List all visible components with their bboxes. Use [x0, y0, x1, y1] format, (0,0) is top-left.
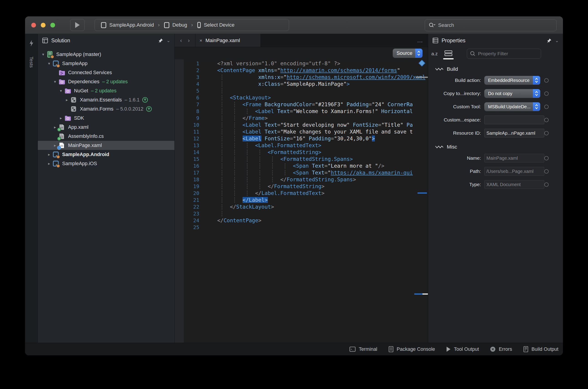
code-line-23[interactable]: 23 ┆ [175, 210, 428, 217]
property-options-circle[interactable] [544, 118, 549, 122]
section-header[interactable]: Build [428, 66, 563, 72]
property-select[interactable]: MSBuild:UpdateDe... [484, 102, 540, 111]
property-options-circle[interactable] [544, 182, 549, 187]
chevron-right-icon[interactable]: ▸ [46, 152, 52, 157]
property-options-circle[interactable] [544, 92, 549, 96]
tree-item-mainpage-xaml[interactable]: ▸<>+MainPage.xaml [38, 141, 175, 150]
code-line-18[interactable]: 18 ┆ ┆ ┆ ┆ ┆ </FormattedString.Spans> [175, 176, 428, 183]
property-input[interactable]: SampleAp...nPage.xaml [484, 129, 544, 137]
chevron-down-icon[interactable]: ⌄ [166, 38, 170, 43]
statusbar-build-output[interactable]: Build Output [523, 346, 558, 352]
code-line-6[interactable]: 6 ┆ <StackLayout> [175, 94, 428, 101]
tree-item-nuget[interactable]: ▾NuGet– 2 updates [38, 86, 175, 95]
search-input[interactable]: Search [425, 19, 556, 31]
statusbar-package-console[interactable]: Package Console [388, 346, 435, 352]
run-button[interactable] [70, 19, 85, 31]
nav-back-button[interactable]: ‹ [180, 37, 182, 44]
property-filter-input[interactable]: Property Filter [467, 49, 541, 59]
code-line-4[interactable]: 4 ┆ x:Class="SampleApp.MainPage"> [175, 81, 428, 87]
chevron-right-icon[interactable]: ▸ [64, 97, 70, 102]
code-line-1[interactable]: 1<?xml version="1.0" encoding="utf-8" ?> [175, 60, 428, 67]
code-line-2[interactable]: 2<ContentPage xmlns="http://xamarin.com/… [175, 67, 428, 74]
tree-item-label: App.xaml [68, 125, 89, 130]
code-line-17[interactable]: 17 ┆ ┆ ┆ ┆ ┆ ┆ <Span Text="https://aka.m… [175, 169, 428, 176]
property-options-circle[interactable] [544, 131, 549, 135]
tree-item-dependencies[interactable]: ▾Dependencies– 2 updates [38, 77, 175, 86]
tests-tab[interactable]: Tests [29, 56, 34, 67]
code-token: ┆ ┆ ┆ ┆ ┆ [217, 177, 280, 182]
property-options-circle[interactable] [544, 169, 549, 174]
code-line-13[interactable]: 13 ┆ ┆ ┆ <Label.FormattedText> [175, 142, 428, 149]
source-mode-select[interactable]: Source [393, 49, 422, 58]
tree-item-sampleapp-master-[interactable]: ▾SampleApp (master) [38, 50, 175, 59]
tree-item-sampleapp[interactable]: ▾SampleApp [38, 59, 175, 68]
chevron-down-icon[interactable]: ▾ [58, 89, 64, 93]
code-token: http://xamarin.com/schemas/2014/forms [280, 67, 397, 73]
nav-forward-button[interactable]: › [188, 37, 190, 44]
statusbar-terminal[interactable]: >_Terminal [349, 346, 377, 352]
group-by-category-tab[interactable] [444, 50, 452, 57]
property-input[interactable] [484, 116, 544, 124]
code-token: " [284, 74, 287, 80]
chevron-down-icon[interactable]: ▾ [52, 79, 58, 84]
tab-mainpage-xaml[interactable]: × MainPage.xaml [195, 34, 261, 47]
statusbar-errors[interactable]: Errors [490, 346, 512, 352]
property-options-circle[interactable] [544, 78, 549, 83]
breadcrumb-segment-0[interactable]: SampleApp.Android [101, 22, 154, 29]
tree-item-app-xaml[interactable]: ▸<>+App.xaml [38, 123, 175, 132]
code-line-16[interactable]: 16 ┆ ┆ ┆ ┆ ┆ ┆ <Span Text="Learn more at… [175, 162, 428, 169]
pin-icon[interactable] [547, 38, 552, 43]
code-line-12[interactable]: 12 ┆ ┆ <Label FontSize="16" Padding="30,… [175, 135, 428, 142]
property-options-circle[interactable] [544, 156, 549, 160]
code-token: <Frame [243, 101, 261, 107]
breadcrumb-segment-1[interactable]: Debug [164, 22, 187, 29]
code-line-3[interactable]: 3 ┆ xmlns:x="http://schemas.microsoft.co… [175, 74, 428, 81]
property-select[interactable]: EmbeddedResource [484, 76, 540, 85]
statusbar-tool-output[interactable]: Tool Output [446, 346, 479, 352]
code-line-20[interactable]: 20 ┆ ┆ ┆ </Label.FormattedText> [175, 190, 428, 196]
section-header[interactable]: Misc [428, 144, 563, 150]
chevron-right-icon[interactable]: ▸ [46, 161, 52, 166]
tree-item-connected-services[interactable]: Connected Services [38, 68, 175, 77]
code-editor[interactable]: 1<?xml version="1.0" encoding="utf-8" ?>… [175, 59, 428, 343]
code-line-21[interactable]: 21 ┆ ┆ </Label> [175, 196, 428, 203]
tree-item-assemblyinfo-cs[interactable]: {}+AssemblyInfo.cs [38, 132, 175, 141]
update-arrow-icon[interactable] [146, 106, 152, 112]
code-line-14[interactable]: 14 ┆ ┆ ┆ ┆ <FormattedString> [175, 149, 428, 156]
cs-file-icon: {}+ [58, 133, 65, 140]
code-line-22[interactable]: 22 ┆ </StackLayout> [175, 203, 428, 210]
tree-item-sampleapp-android[interactable]: ▸SampleApp.Android [38, 150, 175, 159]
code-token: " [397, 67, 400, 73]
breadcrumb-segment-2[interactable]: Select Device [197, 22, 235, 29]
code-line-25[interactable]: 25 [175, 224, 428, 231]
property-options-circle[interactable] [544, 105, 549, 109]
update-arrow-icon[interactable] [142, 97, 148, 103]
chevron-right-icon[interactable]: ▸ [58, 116, 64, 121]
tab-overflow-button[interactable]: … [417, 34, 428, 47]
property-select[interactable]: Do not copy [484, 89, 540, 98]
minimize-window-button[interactable] [41, 23, 45, 28]
chevron-down-icon[interactable]: ⌄ [555, 38, 559, 43]
tests-bolt-icon[interactable] [29, 40, 34, 48]
tree-item-sdk[interactable]: ▸SDK [38, 114, 175, 123]
tree-item-sampleapp-ios[interactable]: ▸SampleApp.iOS [38, 159, 175, 168]
close-window-button[interactable] [31, 23, 36, 28]
breadcrumb[interactable]: SampleApp.Android›Debug›Select Device [95, 19, 289, 31]
tree-item-xamarin-essentials[interactable]: ▸Xamarin.Essentials– 1.6.1 [38, 95, 175, 104]
code-line-15[interactable]: 15 ┆ ┆ ┆ ┆ ┆ <FormattedString.Spans> [175, 156, 428, 162]
code-line-5[interactable]: 5 ┆ [175, 87, 428, 94]
code-line-7[interactable]: 7 ┆ ┆ <Frame BackgroundColor="#2196F3" P… [175, 101, 428, 108]
pin-icon[interactable] [158, 38, 163, 43]
sort-alpha-tab[interactable]: a.z [431, 51, 438, 56]
code-line-10[interactable]: 10 ┆ ┆ <Label Text="Start developing now… [175, 122, 428, 128]
code-line-11[interactable]: 11 ┆ ┆ <Label Text="Make changes to your… [175, 128, 428, 135]
close-tab-icon[interactable]: × [199, 38, 202, 43]
chevron-down-icon[interactable]: ▾ [46, 61, 52, 66]
zoom-window-button[interactable] [50, 23, 55, 28]
code-line-9[interactable]: 9 ┆ ┆ </Frame> [175, 115, 428, 122]
code-line-24[interactable]: 24</ContentPage> [175, 217, 428, 224]
code-line-19[interactable]: 19 ┆ ┆ ┆ ┆ </FormattedString> [175, 183, 428, 190]
tree-item-xamarin-forms[interactable]: Xamarin.Forms– 5.0.0.2012 [38, 104, 175, 114]
code-line-8[interactable]: 8 ┆ ┆ ┆ <Label Text="Welcome to Xamarin.… [175, 108, 428, 115]
chevron-down-icon[interactable]: ▾ [40, 52, 46, 57]
